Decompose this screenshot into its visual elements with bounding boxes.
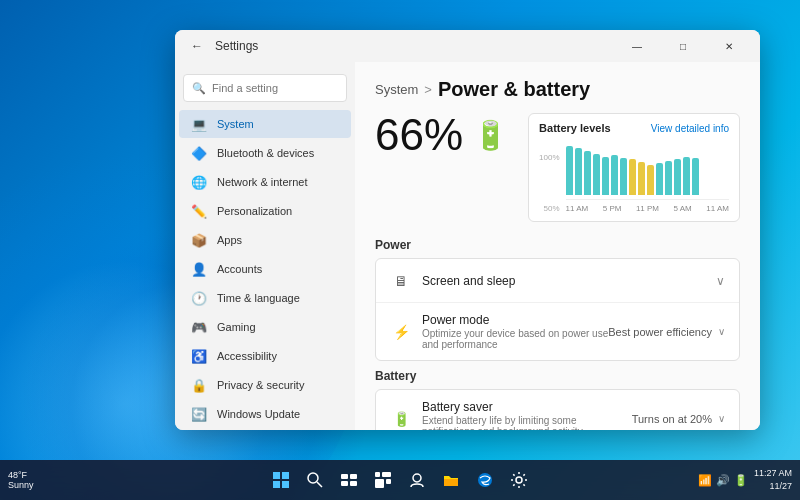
battery-percentage-display: 66% 🔋 (375, 113, 508, 157)
battery-chart: Battery levels View detailed info 100% 5… (528, 113, 740, 222)
network-icon: 🌐 (191, 174, 207, 190)
chart-bars (566, 140, 729, 200)
title-bar-left: ← Settings (187, 36, 258, 56)
settings-taskbar-button[interactable] (505, 466, 533, 494)
chart-bar (593, 154, 600, 195)
view-detailed-link[interactable]: View detailed info (651, 123, 729, 134)
apps-icon: 📦 (191, 232, 207, 248)
svg-point-14 (413, 474, 421, 482)
screen-sleep-row[interactable]: 🖥 Screen and sleep ∨ (376, 259, 739, 303)
sound-icon: 🔊 (716, 474, 730, 487)
sidebar-item-accounts[interactable]: 👤 Accounts (179, 255, 351, 283)
battery-saver-value: Turns on at 20% (632, 413, 712, 425)
back-button[interactable]: ← (187, 36, 207, 56)
power-mode-text: Power mode Optimize your device based on… (422, 313, 608, 350)
battery-saver-control[interactable]: Turns on at 20% ∨ (632, 413, 725, 425)
power-mode-dropdown-arrow: ∨ (718, 326, 725, 337)
page-heading: Power & battery (438, 78, 590, 101)
desktop: ← Settings — □ ✕ 🔍 💻 System (0, 0, 800, 500)
chart-bar (620, 158, 627, 195)
main-content: System > Power & battery 66% 🔋 Battery l… (355, 62, 760, 430)
sidebar-item-update[interactable]: 🔄 Windows Update (179, 400, 351, 428)
sidebar-item-privacy[interactable]: 🔒 Privacy & security (179, 371, 351, 399)
chart-bar (629, 159, 636, 195)
sidebar-item-network[interactable]: 🌐 Network & internet (179, 168, 351, 196)
taskbar-right: 📶 🔊 🔋 11:27 AM 11/27 (698, 467, 792, 492)
sidebar-item-bluetooth[interactable]: 🔷 Bluetooth & devices (179, 139, 351, 167)
gaming-icon: 🎮 (191, 319, 207, 335)
close-button[interactable]: ✕ (706, 30, 752, 62)
task-view-button[interactable] (335, 466, 363, 494)
power-mode-desc: Optimize your device based on power use … (422, 328, 608, 350)
sidebar-item-label-time: Time & language (217, 292, 300, 304)
label-5am: 5 AM (674, 204, 692, 213)
accessibility-icon: ♿ (191, 348, 207, 364)
search-input[interactable] (212, 82, 350, 94)
file-explorer-button[interactable] (437, 466, 465, 494)
percent-50: 50% (539, 204, 559, 213)
weather-info: 48°F Sunny (8, 470, 34, 490)
search-box[interactable]: 🔍 (183, 74, 347, 102)
power-section-title: Power (375, 238, 740, 252)
chat-button[interactable] (403, 466, 431, 494)
window-controls: — □ ✕ (614, 30, 752, 62)
chart-title: Battery levels (539, 122, 611, 134)
chart-bar (656, 163, 663, 195)
search-icon: 🔍 (192, 82, 206, 95)
label-11am2: 11 AM (706, 204, 729, 213)
search-taskbar-button[interactable] (301, 466, 329, 494)
sidebar-item-apps[interactable]: 📦 Apps (179, 226, 351, 254)
sidebar-item-time[interactable]: 🕐 Time & language (179, 284, 351, 312)
breadcrumb-arrow: > (424, 82, 432, 97)
chart-bar (566, 146, 573, 196)
chart-bar (674, 159, 681, 195)
battery-saver-label: Battery saver (422, 400, 632, 414)
maximize-button[interactable]: □ (660, 30, 706, 62)
chart-bar (665, 161, 672, 195)
svg-rect-9 (350, 481, 357, 486)
power-mode-label: Power mode (422, 313, 608, 327)
power-mode-value: Best power efficiency (608, 326, 712, 338)
weather-condition: Sunny (8, 480, 34, 490)
svg-rect-7 (350, 474, 357, 479)
system-tray: 📶 🔊 🔋 (698, 474, 748, 487)
battery-saver-desc: Extend battery life by limiting some not… (422, 415, 632, 430)
chart-bar (638, 162, 645, 195)
svg-point-4 (308, 473, 318, 483)
sidebar-item-gaming[interactable]: 🎮 Gaming (179, 313, 351, 341)
personalization-icon: ✏️ (191, 203, 207, 219)
chart-percent-labels: 100% 50% (539, 153, 559, 213)
sidebar-item-system[interactable]: 💻 System (179, 110, 351, 138)
svg-rect-12 (375, 479, 384, 488)
privacy-icon: 🔒 (191, 377, 207, 393)
chart-header: Battery levels View detailed info (539, 122, 729, 134)
widgets-button[interactable] (369, 466, 397, 494)
wifi-icon: 📶 (698, 474, 712, 487)
battery-saver-row[interactable]: 🔋 Battery saver Extend battery life by l… (376, 390, 739, 430)
sidebar: 🔍 💻 System 🔷 Bluetooth & devices 🌐 Netwo… (175, 62, 355, 430)
time-icon: 🕐 (191, 290, 207, 306)
svg-rect-2 (273, 481, 280, 488)
svg-line-5 (317, 482, 322, 487)
power-mode-row[interactable]: ⚡ Power mode Optimize your device based … (376, 303, 739, 360)
start-button[interactable] (267, 466, 295, 494)
svg-rect-10 (375, 472, 380, 477)
title-bar: ← Settings — □ ✕ (175, 30, 760, 62)
sidebar-item-label-gaming: Gaming (217, 321, 256, 333)
accounts-icon: 👤 (191, 261, 207, 277)
sidebar-item-label-bluetooth: Bluetooth & devices (217, 147, 314, 159)
minimize-button[interactable]: — (614, 30, 660, 62)
breadcrumb: System (375, 82, 418, 97)
clock-time: 11:27 AM (754, 467, 792, 480)
power-mode-control[interactable]: Best power efficiency ∨ (608, 326, 725, 338)
update-icon: 🔄 (191, 406, 207, 422)
svg-rect-11 (382, 472, 391, 477)
sidebar-item-personalization[interactable]: ✏️ Personalization (179, 197, 351, 225)
sidebar-item-accessibility[interactable]: ♿ Accessibility (179, 342, 351, 370)
chart-bar (584, 151, 591, 195)
sidebar-item-label-accessibility: Accessibility (217, 350, 277, 362)
settings-window: ← Settings — □ ✕ 🔍 💻 System (175, 30, 760, 430)
edge-browser-button[interactable] (471, 466, 499, 494)
svg-rect-1 (282, 472, 289, 479)
taskbar: 48°F Sunny (0, 460, 800, 500)
